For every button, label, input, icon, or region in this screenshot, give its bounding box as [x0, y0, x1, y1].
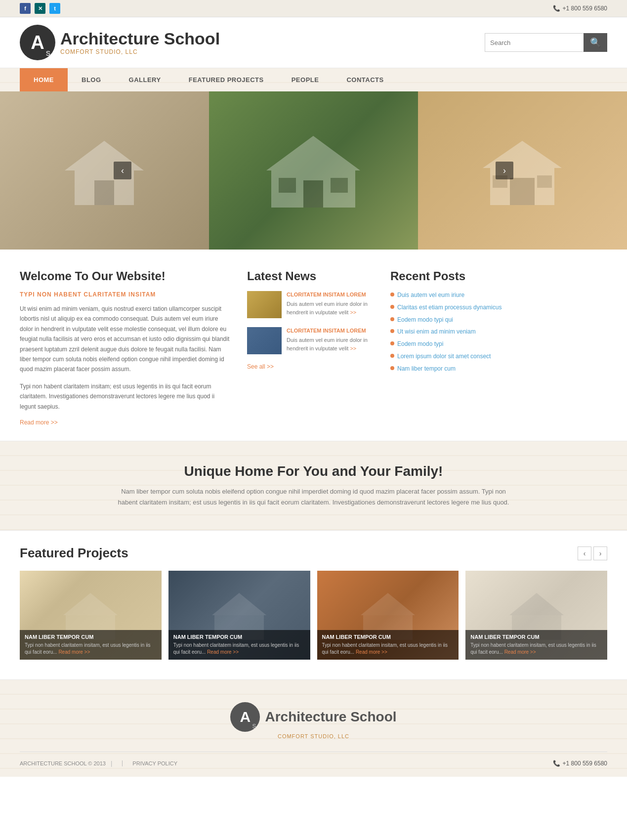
footer-logo-letter: A	[240, 709, 251, 725]
nav-blog[interactable]: BLOG	[68, 68, 115, 91]
news-content-1: CLORITATEM INSITAM LOREM Duis autem vel …	[287, 291, 376, 318]
logo-a: A	[60, 29, 73, 48]
svg-rect-2	[94, 180, 114, 205]
svg-marker-19	[509, 593, 564, 615]
news-section: Latest News CLORITATEM INSITAM LOREM Dui…	[247, 269, 376, 426]
nav-home[interactable]: HOME	[20, 68, 68, 91]
footer-logo-subtitle: COMFORT STUDIO, LLC	[278, 733, 349, 739]
recent-post-link-4[interactable]: Ut wisi enim ad minim veniam	[397, 328, 476, 336]
svg-marker-3	[266, 136, 360, 170]
news-item-2: CLORITATEM INSITAM LOREM Duis autem vel …	[247, 327, 376, 354]
banner-text: Nam liber tempor cum soluta nobis eleife…	[116, 486, 511, 508]
project-name-1: NAM LIBER TEMPOR CUM	[25, 634, 157, 640]
hero-next-button[interactable]: ›	[496, 162, 513, 179]
nav-people[interactable]: PEOPLE	[278, 68, 333, 91]
recent-dot-6	[390, 354, 394, 358]
project-desc-2: Typi non habent claritatem insitam, est …	[173, 642, 305, 656]
svg-rect-12	[537, 175, 552, 188]
footer-left: ARCHITECTURE SCHOOL © 2013 | PRIVACY POL…	[20, 759, 177, 767]
project-overlay-1: NAM LIBER TEMPOR CUM Typi non habent cla…	[20, 630, 162, 660]
recent-post-link-2[interactable]: Claritas est etiam processus dynamicus	[397, 303, 502, 312]
search-input[interactable]	[485, 33, 584, 52]
project-desc-1: Typi non habent claritatem insitam, est …	[25, 642, 157, 656]
recent-dot-7	[390, 366, 394, 370]
svg-marker-0	[65, 141, 144, 170]
nav-gallery[interactable]: GALLERY	[115, 68, 175, 91]
project-card-4: NAM LIBER TEMPOR CUM Typi non habent cla…	[465, 571, 607, 660]
logo-subtitle: COMFORT STUDIO, LLC	[60, 48, 220, 55]
logo[interactable]: A S Architecture School COMFORT STUDIO, …	[20, 25, 220, 60]
recent-post-link-6[interactable]: Lorem ipsum dolor sit amet consect	[397, 352, 491, 361]
news-item-2-text: Duis autem vel eum iriure dolor in hendr…	[287, 336, 376, 352]
hero-prev-button[interactable]: ‹	[114, 162, 131, 179]
logo-rest: rchitecture School	[73, 29, 220, 48]
svg-rect-6	[279, 178, 296, 193]
svg-rect-7	[331, 178, 348, 193]
logo-letter: A	[31, 32, 44, 53]
facebook-icon[interactable]: f	[20, 3, 31, 14]
xing-icon[interactable]: ✕	[35, 3, 45, 14]
logo-sub-letter: S	[46, 49, 50, 57]
search-bar: 🔍	[485, 33, 607, 52]
nav-featured-projects[interactable]: FEATURED PROJECTS	[175, 68, 278, 91]
news-item-1: CLORITATEM INSITAM LOREM Duis autem vel …	[247, 291, 376, 318]
search-button[interactable]: 🔍	[584, 33, 607, 52]
see-all-news-link[interactable]: See all >>	[247, 363, 376, 370]
news-item-1-text: Duis autem vel eum iriure dolor in hendr…	[287, 300, 376, 316]
project-name-2: NAM LIBER TEMPOR CUM	[173, 634, 305, 640]
project-name-3: NAM LIBER TEMPOR CUM	[322, 634, 454, 640]
featured-projects-section: Featured Projects ‹ › NAM LIBER TEMPOR C…	[0, 531, 627, 679]
news-item-1-link[interactable]: >>	[350, 309, 356, 315]
projects-prev-button[interactable]: ‹	[578, 546, 591, 560]
twitter-icon[interactable]: t	[49, 3, 60, 14]
svg-rect-5	[303, 180, 323, 208]
project-name-4: NAM LIBER TEMPOR CUM	[470, 634, 602, 640]
recent-dot-3	[390, 317, 394, 321]
hero-slide-3	[418, 91, 627, 250]
projects-navigation: ‹ ›	[578, 546, 607, 560]
svg-marker-15	[212, 593, 266, 615]
banner-title: Unique Home For You and Your Family!	[20, 463, 607, 479]
footer-logo: A S Architecture School COMFORT STUDIO, …	[20, 702, 607, 739]
news-item-2-title: CLORITATEM INSITAM LOREM	[287, 327, 376, 334]
recent-post-6: Lorem ipsum dolor sit amet consect	[390, 352, 607, 361]
project-read-more-3[interactable]: Read more >>	[356, 649, 387, 655]
project-desc-3: Typi non habent claritatem insitam, est …	[322, 642, 454, 656]
logo-icon: A S	[20, 25, 55, 60]
project-read-more-1[interactable]: Read more >>	[58, 649, 90, 655]
recent-post-7: Nam liber tempor cum	[390, 365, 607, 373]
projects-next-button[interactable]: ›	[593, 546, 607, 560]
footer: A S Architecture School COMFORT STUDIO, …	[0, 680, 627, 777]
header: A S Architecture School COMFORT STUDIO, …	[0, 17, 627, 68]
news-item-2-link[interactable]: >>	[350, 345, 356, 351]
recent-post-link-5[interactable]: Eodem modo typi	[397, 340, 443, 348]
footer-logo-sub: S	[252, 723, 256, 730]
project-desc-4: Typi non habent claritatem insitam, est …	[470, 642, 602, 656]
banner-section: Unique Home For You and Your Family! Nam…	[0, 441, 627, 530]
recent-posts-title: Recent Posts	[390, 269, 607, 283]
hero-slide-1	[0, 91, 209, 250]
recent-post-link-7[interactable]: Nam liber tempor cum	[397, 365, 456, 373]
hero-slide-2	[209, 91, 418, 250]
logo-text: Architecture School COMFORT STUDIO, LLC	[60, 30, 220, 55]
project-card-2: NAM LIBER TEMPOR CUM Typi non habent cla…	[168, 571, 310, 660]
footer-logo-icon: A S	[230, 702, 260, 732]
recent-post-link-1[interactable]: Duis autem vel eum iriure	[397, 291, 464, 299]
welcome-section: Welcome To Our Website! TYPI NON HABENT …	[20, 269, 232, 426]
hero-slider: ‹ ›	[0, 91, 627, 250]
recent-post-5: Eodem modo typi	[390, 340, 607, 348]
welcome-read-more[interactable]: Read more >>	[20, 419, 58, 426]
project-read-more-4[interactable]: Read more >>	[504, 649, 536, 655]
news-thumb-1	[247, 291, 282, 318]
recent-post-link-3[interactable]: Eodem modo typi qui	[397, 316, 453, 324]
recent-posts-section: Recent Posts Duis autem vel eum iriure C…	[390, 269, 607, 426]
nav-contacts[interactable]: CONTACTS	[333, 68, 397, 91]
welcome-title: Welcome To Our Website!	[20, 269, 232, 283]
projects-header: Featured Projects ‹ ›	[20, 546, 607, 561]
slide-house-1	[0, 91, 209, 250]
project-read-more-2[interactable]: Read more >>	[207, 649, 239, 655]
footer-copyright: ARCHITECTURE SCHOOL © 2013	[20, 760, 106, 766]
welcome-paragraph-2: Typi non habent claritatem insitam; est …	[20, 381, 232, 412]
top-bar: f ✕ t 📞 +1 800 559 6580	[0, 0, 627, 17]
footer-policy-link[interactable]: PRIVACY POLICY	[122, 760, 177, 766]
